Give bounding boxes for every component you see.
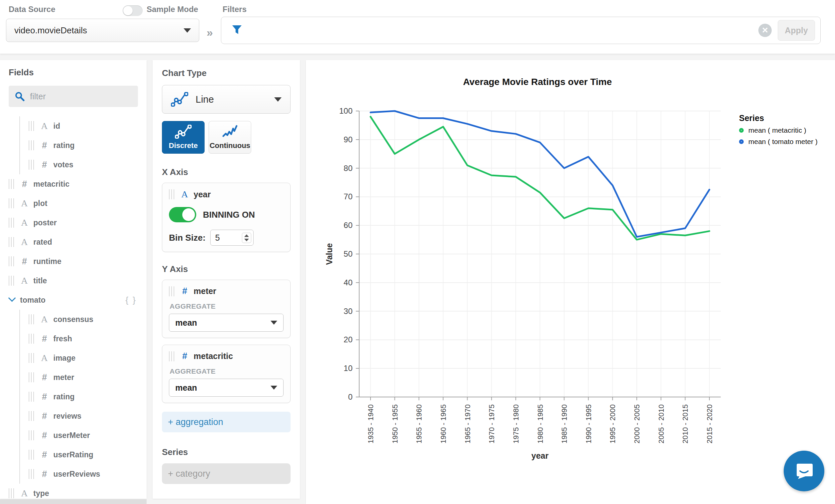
continuous-button[interactable]: Continuous <box>209 121 251 154</box>
stepper-icon[interactable] <box>242 233 251 243</box>
chevron-down-icon <box>8 294 16 302</box>
legend-title: Series <box>739 113 818 123</box>
field-row[interactable]: #userRating <box>29 445 147 464</box>
sample-mode-toggle[interactable] <box>123 5 143 16</box>
field-row[interactable]: #rating <box>29 387 147 406</box>
drag-handle-icon <box>29 334 34 344</box>
chevron-down-icon <box>270 386 277 390</box>
drag-handle-icon <box>29 450 34 460</box>
field-row[interactable]: #rating <box>29 136 147 155</box>
svg-text:1980 - 1985: 1980 - 1985 <box>536 404 545 443</box>
svg-text:2005 - 2010: 2005 - 2010 <box>657 404 666 443</box>
svg-text:1975 - 1980: 1975 - 1980 <box>512 404 520 443</box>
field-row[interactable]: #reviews <box>29 406 147 426</box>
number-field-icon: # <box>39 372 50 383</box>
field-group-toggle[interactable]: tomato { } <box>9 290 147 310</box>
add-aggregation-button[interactable]: + aggregation <box>162 412 290 432</box>
string-field-icon: A <box>179 189 190 200</box>
field-filter-input[interactable] <box>30 92 113 101</box>
field-row[interactable]: Atype <box>9 484 147 499</box>
svg-text:2010 - 2015: 2010 - 2015 <box>681 404 689 443</box>
aggregate-label: AGGREGATE <box>169 302 284 310</box>
drag-handle-icon <box>29 121 34 131</box>
field-row[interactable]: Aid <box>29 116 147 136</box>
field-row[interactable]: #fresh <box>29 329 147 348</box>
number-field-icon: # <box>39 334 50 344</box>
add-category-button[interactable]: + category <box>162 463 290 484</box>
svg-text:10: 10 <box>344 364 352 373</box>
svg-text:20: 20 <box>344 335 352 344</box>
y-axis-card[interactable]: # meter AGGREGATE mean <box>162 280 290 338</box>
svg-text:1935 - 1940: 1935 - 1940 <box>367 404 375 443</box>
chat-bubble-button[interactable] <box>784 451 824 491</box>
field-row[interactable]: #userMeter <box>29 426 147 445</box>
field-row[interactable]: Aposter <box>9 213 147 232</box>
field-row[interactable]: Atitle <box>9 271 147 290</box>
number-field-icon: # <box>39 160 50 170</box>
fields-list: Aid #rating #votes #metacritic Aplot Apo… <box>9 116 147 499</box>
field-row[interactable]: Aimage <box>29 348 147 368</box>
chevron-down-icon <box>184 28 191 33</box>
field-search-box[interactable] <box>9 86 138 107</box>
drag-handle-icon <box>9 198 14 208</box>
series-label: Series <box>162 447 290 457</box>
data-source-select[interactable]: video.movieDetails <box>6 19 199 42</box>
y-axis-card[interactable]: # metacritic AGGREGATE mean <box>162 345 290 403</box>
svg-text:50: 50 <box>344 249 352 258</box>
search-icon <box>15 91 25 101</box>
line-chart[interactable]: 01020304050607080901001935 - 19401950 - … <box>321 103 731 477</box>
string-field-icon: A <box>19 198 30 209</box>
horizontal-scrollbar[interactable] <box>0 499 147 504</box>
legend-item[interactable]: mean ( tomato meter ) <box>739 138 818 146</box>
chart-config-panel: Chart Type Line Discrete Co <box>152 60 300 499</box>
field-row[interactable]: #meter <box>29 368 147 387</box>
number-field-icon: # <box>19 179 30 189</box>
legend-item[interactable]: mean ( metacritic ) <box>739 126 818 134</box>
drag-handle-icon <box>169 189 174 199</box>
svg-text:30: 30 <box>344 307 352 316</box>
string-field-icon: A <box>39 314 50 325</box>
drag-handle-icon <box>9 276 14 286</box>
chevron-down-icon <box>270 321 277 325</box>
svg-text:1960 - 1965: 1960 - 1965 <box>439 404 447 443</box>
svg-text:100: 100 <box>339 106 352 115</box>
object-braces-icon: { } <box>125 295 137 305</box>
discrete-button[interactable]: Discrete <box>162 121 205 154</box>
clear-filters-icon[interactable]: ✕ <box>758 24 772 37</box>
field-row[interactable]: #runtime <box>9 252 147 271</box>
chat-icon <box>793 460 815 482</box>
field-row[interactable]: #metacritic <box>9 174 147 194</box>
string-field-icon: A <box>19 237 30 247</box>
filters-input[interactable] <box>243 20 758 40</box>
filters-box[interactable]: ✕ Apply <box>221 17 821 44</box>
number-field-icon: # <box>39 469 50 479</box>
svg-text:year: year <box>531 451 549 460</box>
field-row[interactable]: Aconsensus <box>29 310 147 329</box>
field-row[interactable]: Arated <box>9 232 147 252</box>
bin-size-input[interactable]: 5 <box>210 230 253 246</box>
field-row[interactable]: #userReviews <box>29 464 147 484</box>
aggregate-select[interactable]: mean <box>169 379 284 397</box>
svg-text:2000 - 2005: 2000 - 2005 <box>633 404 641 443</box>
continuous-line-icon <box>222 125 238 139</box>
x-field-name: year <box>194 190 210 199</box>
field-row[interactable]: #votes <box>29 155 147 174</box>
binning-toggle[interactable] <box>169 207 196 222</box>
discrete-line-icon <box>175 125 191 139</box>
aggregate-select[interactable]: mean <box>169 314 284 332</box>
apply-button[interactable]: Apply <box>778 20 815 41</box>
expand-chevrons-icon[interactable]: » <box>207 26 213 39</box>
number-field-icon: # <box>19 256 30 267</box>
chart-type-select[interactable]: Line <box>162 85 290 114</box>
toggle-knob <box>182 208 195 221</box>
string-field-icon: A <box>39 121 50 131</box>
drag-handle-icon <box>29 314 34 324</box>
bin-size-label: Bin Size: <box>169 233 206 243</box>
svg-text:40: 40 <box>344 278 352 287</box>
drag-handle-icon <box>29 140 34 150</box>
y-axis-label: Y Axis <box>162 264 290 274</box>
line-chart-icon <box>171 92 188 107</box>
number-field-icon: # <box>39 411 50 421</box>
field-row[interactable]: Aplot <box>9 194 147 213</box>
x-axis-card[interactable]: A year BINNING ON Bin Size: 5 <box>162 183 290 252</box>
